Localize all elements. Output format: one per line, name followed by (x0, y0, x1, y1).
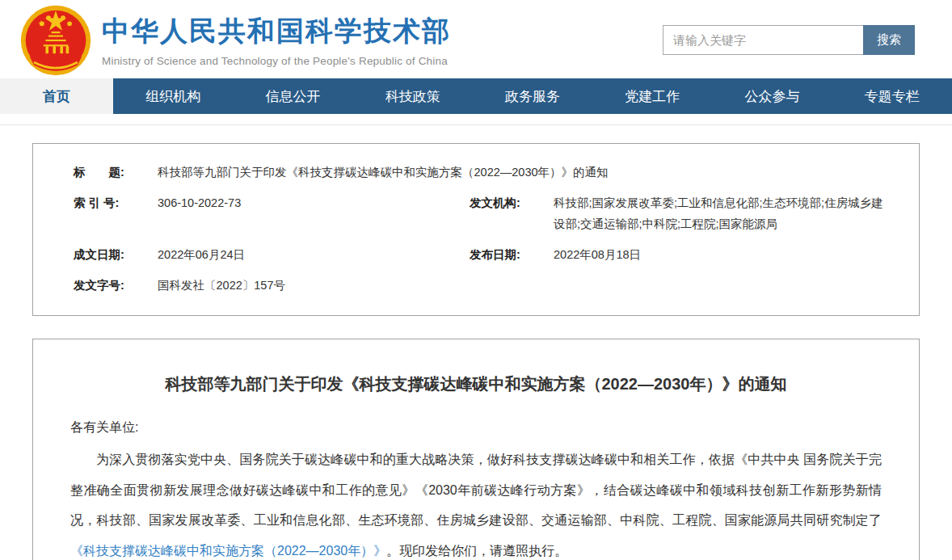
site-brand[interactable]: 中华人民共和国科学技术部 Ministry of Science and Tec… (102, 13, 451, 67)
meta-index-value: 306-10-2022-73 (158, 187, 470, 239)
search-button[interactable]: 搜索 (863, 25, 915, 55)
nav-item-special-topics[interactable]: 专题专栏 (832, 78, 952, 114)
nav-item-public-participation[interactable]: 公众参与 (712, 78, 832, 114)
article-box: 科技部等九部门关于印发《科技支撑碳达峰碳中和实施方案（2022—2030年）》的… (32, 339, 920, 560)
meta-doc-number-label: 发文字号: (74, 270, 158, 301)
article-title: 科技部等九部门关于印发《科技支撑碳达峰碳中和实施方案（2022—2030年）》的… (70, 373, 882, 395)
nav-item-party-building[interactable]: 党建工作 (592, 78, 712, 114)
implementation-plan-link[interactable]: 《科技支撑碳达峰碳中和实施方案（2022—2030年）》 (70, 544, 386, 558)
site-subtitle: Ministry of Science and Technology of th… (102, 55, 451, 67)
nav-item-organization[interactable]: 组织机构 (113, 78, 233, 114)
search-input[interactable] (663, 25, 863, 55)
meta-publish-date-value: 2022年08月18日 (554, 239, 887, 270)
meta-written-date-label: 成文日期: (74, 239, 158, 270)
site-title: 中华人民共和国科学技术部 (102, 13, 451, 50)
national-emblem-icon[interactable] (19, 4, 92, 77)
nav-item-home[interactable]: 首页 (0, 78, 113, 114)
nav-item-sci-tech-policy[interactable]: 科技政策 (353, 78, 473, 114)
search-bar: 搜索 (663, 25, 915, 55)
meta-issuing-org-value: 科技部;国家发展改革委;工业和信息化部;生态环境部;住房城乡建设部;交通运输部;… (554, 187, 887, 239)
meta-written-date-value: 2022年06月24日 (158, 239, 470, 270)
nav-item-gov-services[interactable]: 政务服务 (473, 78, 592, 114)
meta-index-label: 索 引 号: (74, 187, 158, 239)
paragraph-text-before-link: 为深入贯彻落实党中央、国务院关于碳达峰碳中和的重大战略决策，做好科技支撑碳达峰碳… (70, 453, 882, 527)
paragraph-text-after-link: 。现印发给你们，请遵照执行。 (386, 544, 567, 558)
nav-item-info-disclosure[interactable]: 信息公开 (233, 78, 352, 114)
document-meta-table: 标 题: 科技部等九部门关于印发《科技支撑碳达峰碳中和实施方案（2022—203… (74, 157, 887, 301)
meta-publish-date-label: 发布日期: (470, 239, 554, 270)
meta-title-value: 科技部等九部门关于印发《科技支撑碳达峰碳中和实施方案（2022—2030年）》的… (158, 157, 887, 187)
article-paragraph: 为深入贯彻落实党中央、国务院关于碳达峰碳中和的重大战略决策，做好科技支撑碳达峰碳… (70, 444, 882, 560)
site-header: 中华人民共和国科学技术部 Ministry of Science and Tec… (0, 0, 952, 78)
article-salutation: 各有关单位: (70, 419, 882, 436)
document-meta-box: 标 题: 科技部等九部门关于印发《科技支撑碳达峰碳中和实施方案（2022—203… (32, 143, 920, 316)
header-divider (0, 114, 952, 125)
meta-issuing-org-label: 发文机构: (470, 187, 554, 239)
meta-title-label: 标 题: (74, 157, 158, 187)
main-nav: 首页 组织机构 信息公开 科技政策 政务服务 党建工作 公众参与 专题专栏 (0, 78, 952, 114)
meta-doc-number-value: 国科发社〔2022〕157号 (158, 270, 887, 301)
